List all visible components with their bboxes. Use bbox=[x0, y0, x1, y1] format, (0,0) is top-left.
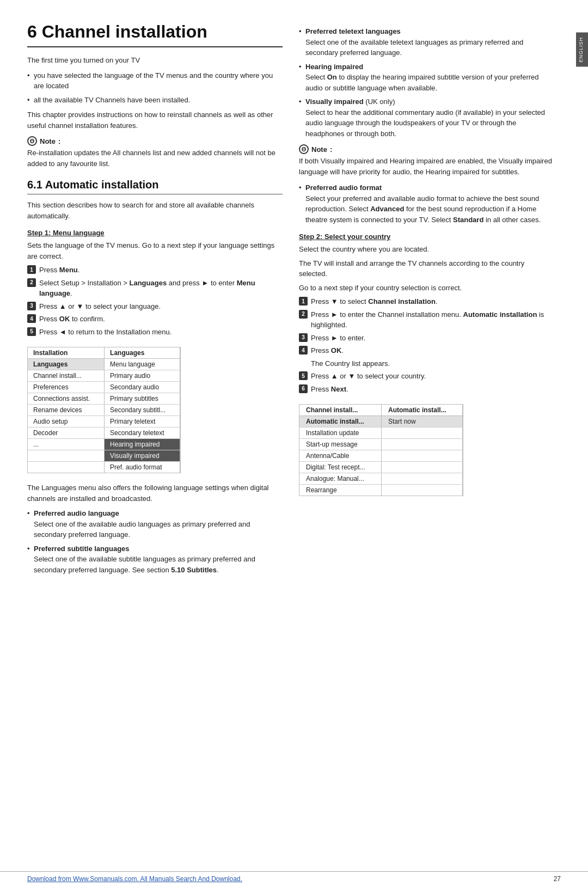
menu-row-1-col2: Menu language bbox=[105, 359, 180, 370]
footer-bar: Download from Www.Somanuals.com. All Man… bbox=[0, 871, 588, 886]
table-row: Visually impaired bbox=[28, 450, 180, 462]
table-row: Automatic install... Start now bbox=[299, 416, 463, 427]
table-row: Pref. audio format bbox=[28, 462, 180, 473]
table-row: Decoder Secondary teletext bbox=[28, 427, 180, 439]
right-column: Preferred teletext languages Select one … bbox=[299, 22, 554, 870]
right-bullet-1: Preferred teletext languages Select one … bbox=[299, 26, 554, 58]
table-row: Audio setup Primary teletext bbox=[28, 416, 180, 427]
intro-para2: This chapter provides instructions on ho… bbox=[27, 109, 283, 131]
step-2-item-3: 3 Press ► to enter. bbox=[299, 333, 554, 344]
menu-row-10-col1 bbox=[28, 462, 105, 473]
menu-row-3-col1: Preferences bbox=[28, 382, 105, 393]
table-row: Start-up message bbox=[299, 439, 463, 450]
intro-bullets: you have selected the language of the TV… bbox=[27, 70, 283, 106]
table-row: Antenna/Cable bbox=[299, 450, 463, 462]
chapter-number: 6 bbox=[27, 22, 37, 41]
right-bullets-bottom: Preferred audio format Select your prefe… bbox=[299, 182, 554, 225]
table-row: Languages Menu language bbox=[28, 359, 180, 370]
install-row-2-col1: Installation update bbox=[299, 427, 381, 439]
chapter-title: 6 Channel installation bbox=[27, 22, 283, 47]
page: ENGLISH 6 Channel installation The first… bbox=[0, 0, 588, 886]
step-2-item-4: 4 Press OK. bbox=[299, 345, 554, 356]
install-row-3-col1: Start-up message bbox=[299, 439, 381, 450]
footer-link[interactable]: Download from Www.Somanuals.com. All Man… bbox=[27, 875, 242, 883]
menu-table-col2-header: Languages bbox=[105, 347, 180, 359]
languages-intro: The Languages menu also offers the follo… bbox=[27, 482, 283, 504]
chapter-title-text: Channel installation bbox=[42, 22, 207, 41]
install-row-5-col2 bbox=[381, 462, 462, 473]
main-content: 6 Channel installation The first time yo… bbox=[0, 0, 576, 886]
install-col2-header: Automatic install... bbox=[381, 405, 462, 416]
note-2: Θ Note: If both Visually impaired and He… bbox=[299, 144, 554, 177]
intro-bullet-1: you have selected the language of the TV… bbox=[27, 70, 283, 91]
menu-row-3-col2: Secondary audio bbox=[105, 382, 180, 393]
note-1-text: Re-installation updates the All channels… bbox=[27, 148, 283, 169]
section-title-text: Automatic installation bbox=[45, 179, 159, 191]
menu-row-2-col2: Primary audio bbox=[105, 370, 180, 382]
step-1-desc: Sets the language of the TV menus. Go to… bbox=[27, 240, 283, 261]
intro-para1: The first time you turned on your TV bbox=[27, 55, 283, 66]
table-row: ... Hearing impaired bbox=[28, 439, 180, 450]
menu-row-9-col1 bbox=[28, 450, 105, 462]
install-row-1-col1: Automatic install... bbox=[299, 416, 381, 427]
note-icon-2: Θ bbox=[299, 144, 309, 154]
table-row: Analogue: Manual... bbox=[299, 473, 463, 485]
menu-row-7-col1: Decoder bbox=[28, 427, 105, 439]
menu-row-8-col1: ... bbox=[28, 439, 105, 450]
menu-row-7-col2: Secondary teletext bbox=[105, 427, 180, 439]
note-1-title: Note bbox=[40, 137, 56, 145]
step-2-desc1: Select the country where you are located… bbox=[299, 244, 554, 255]
lang-bullet-2: Preferred subtitle languages Select one … bbox=[27, 543, 283, 576]
step-2-item-5: 5 Press ▲ or ▼ to select your country. bbox=[299, 371, 554, 382]
note-icon-1: Θ bbox=[27, 136, 37, 146]
menu-row-4-col1: Connections assist. bbox=[28, 393, 105, 405]
install-row-7-col1: Rearrange bbox=[299, 485, 381, 496]
menu-table-col1-header: Installation bbox=[28, 347, 105, 359]
right-bullet-4: Preferred audio format Select your prefe… bbox=[299, 182, 554, 225]
menu-row-6-col1: Audio setup bbox=[28, 416, 105, 427]
menu-row-5-col2: Secondary subtitl... bbox=[105, 405, 180, 416]
note-1-label: Θ Note: bbox=[27, 136, 283, 146]
install-row-6-col2 bbox=[381, 473, 462, 485]
install-row-2-col2 bbox=[381, 427, 462, 439]
table-row: Digital: Test recept... bbox=[299, 462, 463, 473]
step-1-item-3: 3 Press ▲ or ▼ to select your language. bbox=[27, 301, 283, 312]
install-row-4-col2 bbox=[381, 450, 462, 462]
right-bullet-3: Visually impaired (UK only) Select to he… bbox=[299, 96, 554, 139]
table-row: Preferences Secondary audio bbox=[28, 382, 180, 393]
step-1-item-1: 1 Press Menu. bbox=[27, 265, 283, 276]
install-row-7-col2 bbox=[381, 485, 462, 496]
step-1-item-4: 4 Press OK to confirm. bbox=[27, 314, 283, 325]
install-table-wrapper: Channel install... Automatic install... … bbox=[299, 404, 463, 496]
step-2-item-6: 6 Press Next. bbox=[299, 384, 554, 395]
footer-page: 27 bbox=[554, 875, 561, 883]
step-2-item-2: 2 Press ► to enter the Channel installat… bbox=[299, 309, 554, 331]
step-2-heading: Step 2: Select your country bbox=[299, 233, 554, 241]
install-col1-header: Channel install... bbox=[299, 405, 381, 416]
menu-row-2-col1: Channel install... bbox=[28, 370, 105, 382]
step-1-heading: Step 1: Menu language bbox=[27, 229, 283, 237]
install-row-6-col1: Analogue: Manual... bbox=[299, 473, 381, 485]
intro-bullet-2: all the available TV Channels have been … bbox=[27, 95, 283, 106]
step-2-item-4b: The Country list appears. bbox=[299, 358, 554, 369]
table-row: Installation update bbox=[299, 427, 463, 439]
menu-row-4-col2: Primary subtitles bbox=[105, 393, 180, 405]
note-2-label: Θ Note: bbox=[299, 144, 554, 154]
table-row: Rename devices Secondary subtitl... bbox=[28, 405, 180, 416]
menu-row-5-col1: Rename devices bbox=[28, 405, 105, 416]
side-tab: ENGLISH bbox=[576, 33, 588, 67]
section-6-1-title: 6.1 Automatic installation bbox=[27, 179, 283, 194]
step-2-list: 1 Press ▼ to select Channel installation… bbox=[299, 296, 554, 394]
menu-row-10-col2: Pref. audio format bbox=[105, 462, 180, 473]
step-1-item-2: 2 Select Setup > Installation > Language… bbox=[27, 278, 283, 299]
note-1: Θ Note: Re-installation updates the All … bbox=[27, 136, 283, 169]
note-2-title: Note bbox=[311, 145, 327, 154]
table-row: Channel install... Primary audio bbox=[28, 370, 180, 382]
right-bullets-top: Preferred teletext languages Select one … bbox=[299, 26, 554, 139]
section-6-1-intro: This section describes how to search for… bbox=[27, 200, 283, 221]
install-row-1-col2: Start now bbox=[381, 416, 462, 427]
install-row-4-col1: Antenna/Cable bbox=[299, 450, 381, 462]
right-bullet-2: Hearing impaired Select On to display th… bbox=[299, 62, 554, 94]
step-2-item-1: 1 Press ▼ to select Channel installation… bbox=[299, 296, 554, 307]
step-1-list: 1 Press Menu. 2 Select Setup > Installat… bbox=[27, 265, 283, 337]
